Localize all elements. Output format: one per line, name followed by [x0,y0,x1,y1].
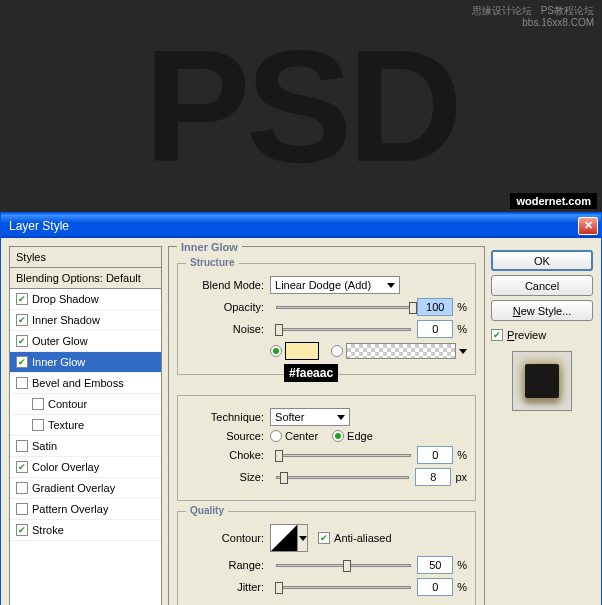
style-item-label: Bevel and Emboss [32,377,124,389]
choke-slider[interactable] [276,454,411,457]
choke-label: Choke: [186,449,264,461]
blend-mode-select[interactable]: Linear Dodge (Add) [270,276,400,294]
style-item-label: Inner Shadow [32,314,100,326]
color-hex-annotation: #faeaac [284,364,338,382]
style-item-drop-shadow[interactable]: ✔Drop Shadow [10,289,161,310]
glow-gradient-swatch[interactable] [346,343,456,359]
style-item-satin[interactable]: Satin [10,436,161,457]
size-slider[interactable] [276,476,409,479]
source-label: Source: [186,430,264,442]
elements-fieldset: Technique: Softer Source: Center Edge Ch… [177,395,476,501]
layer-style-dialog: Layer Style ✕ Styles Blending Options: D… [0,212,602,605]
technique-label: Technique: [186,411,264,423]
jitter-input[interactable] [417,578,453,596]
style-preview-thumbnail [512,351,572,411]
titlebar[interactable]: Layer Style ✕ [1,213,601,238]
jitter-slider[interactable] [276,586,411,589]
style-item-label: Color Overlay [32,461,99,473]
chevron-down-icon [387,283,395,288]
source-center-radio[interactable] [270,430,282,442]
style-item-label: Pattern Overlay [32,503,108,515]
dialog-title: Layer Style [9,219,69,233]
style-item-texture[interactable]: Texture [10,415,161,436]
source-edge-radio[interactable] [332,430,344,442]
choke-input[interactable] [417,446,453,464]
opacity-label: Opacity: [186,301,264,313]
opacity-slider[interactable] [276,306,411,309]
contour-label: Contour: [186,532,264,544]
style-item-label: Satin [32,440,57,452]
range-input[interactable] [417,556,453,574]
style-item-label: Stroke [32,524,64,536]
jitter-label: Jitter: [186,581,264,593]
style-checkbox[interactable] [32,419,44,431]
structure-fieldset: Structure Blend Mode: Linear Dodge (Add)… [177,263,476,375]
chevron-down-icon [299,536,307,541]
style-checkbox[interactable] [16,440,28,452]
effect-settings-panel: Inner Glow Structure Blend Mode: Linear … [168,246,485,605]
style-item-outer-glow[interactable]: ✔Outer Glow [10,331,161,352]
preview-text: PSD [144,14,458,198]
close-icon: ✕ [584,219,593,232]
panel-title: Inner Glow [177,241,242,253]
style-checkbox[interactable]: ✔ [16,314,28,326]
style-item-label: Inner Glow [32,356,85,368]
close-button[interactable]: ✕ [578,217,598,235]
style-item-label: Texture [48,419,84,431]
technique-select[interactable]: Softer [270,408,350,426]
styles-header[interactable]: Styles [10,247,161,268]
glow-color-swatch[interactable] [285,342,319,360]
dialog-buttons-panel: OK Cancel New Style... ✔ Preview [491,246,593,605]
cancel-button[interactable]: Cancel [491,275,593,296]
style-checkbox[interactable] [16,482,28,494]
styles-list-panel: Styles Blending Options: Default ✔Drop S… [9,246,162,605]
style-item-contour[interactable]: Contour [10,394,161,415]
watermark-bottom-right: wodernet.com [510,193,597,209]
style-checkbox[interactable]: ✔ [16,524,28,536]
size-label: Size: [186,471,264,483]
preview-checkbox[interactable]: ✔ [491,329,503,341]
watermark-top-right: 思缘设计论坛 PS教程论坛 bbs.16xx8.COM [472,5,594,29]
antialiased-checkbox[interactable]: ✔ [318,532,330,544]
new-style-button[interactable]: New Style... [491,300,593,321]
style-checkbox[interactable]: ✔ [16,356,28,368]
style-checkbox[interactable]: ✔ [16,461,28,473]
noise-slider[interactable] [276,328,411,331]
blend-mode-label: Blend Mode: [186,279,264,291]
noise-input[interactable] [417,320,453,338]
range-label: Range: [186,559,264,571]
style-item-stroke[interactable]: ✔Stroke [10,520,161,541]
chevron-down-icon[interactable] [459,349,467,354]
style-item-label: Outer Glow [32,335,88,347]
style-checkbox[interactable] [32,398,44,410]
blending-options-item[interactable]: Blending Options: Default [10,268,161,289]
contour-picker[interactable] [270,524,298,552]
style-checkbox[interactable] [16,503,28,515]
style-item-label: Contour [48,398,87,410]
style-item-label: Drop Shadow [32,293,99,305]
opacity-input[interactable] [417,298,453,316]
text-effect-preview: PSD 思缘设计论坛 PS教程论坛 bbs.16xx8.COM wodernet… [0,0,602,212]
contour-dropdown[interactable] [298,524,308,552]
noise-label: Noise: [186,323,264,335]
style-item-color-overlay[interactable]: ✔Color Overlay [10,457,161,478]
style-item-gradient-overlay[interactable]: Gradient Overlay [10,478,161,499]
style-item-pattern-overlay[interactable]: Pattern Overlay [10,499,161,520]
ok-button[interactable]: OK [491,250,593,271]
quality-fieldset: Quality Contour: ✔ Anti-aliased Range: % [177,511,476,605]
style-item-bevel-and-emboss[interactable]: Bevel and Emboss [10,373,161,394]
color-radio[interactable] [270,345,282,357]
style-item-inner-shadow[interactable]: ✔Inner Shadow [10,310,161,331]
range-slider[interactable] [276,564,411,567]
style-item-label: Gradient Overlay [32,482,115,494]
style-checkbox[interactable] [16,377,28,389]
chevron-down-icon [337,415,345,420]
style-checkbox[interactable]: ✔ [16,293,28,305]
style-checkbox[interactable]: ✔ [16,335,28,347]
style-item-inner-glow[interactable]: ✔Inner Glow [10,352,161,373]
size-input[interactable] [415,468,451,486]
gradient-radio[interactable] [331,345,343,357]
